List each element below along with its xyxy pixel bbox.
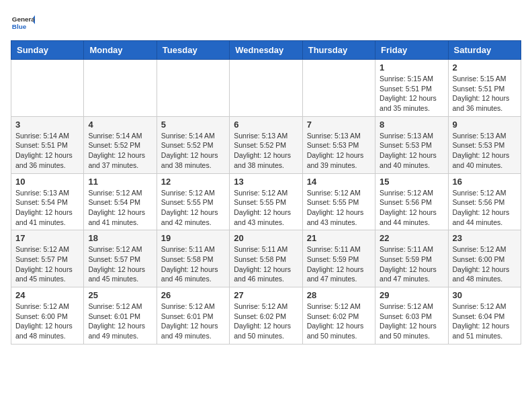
day-info: Sunrise: 5:14 AM Sunset: 5:52 PM Dayligh… bbox=[161, 131, 225, 171]
calendar-header: SundayMondayTuesdayWednesdayThursdayFrid… bbox=[11, 41, 521, 60]
calendar-day-cell: 25Sunrise: 5:12 AM Sunset: 6:01 PM Dayli… bbox=[84, 287, 157, 345]
calendar-day-cell: 18Sunrise: 5:12 AM Sunset: 5:57 PM Dayli… bbox=[84, 230, 157, 287]
calendar-week-row: 1Sunrise: 5:15 AM Sunset: 5:51 PM Daylig… bbox=[11, 60, 521, 117]
day-number: 20 bbox=[234, 233, 298, 243]
calendar-day-cell: 27Sunrise: 5:12 AM Sunset: 6:02 PM Dayli… bbox=[230, 287, 302, 345]
day-info: Sunrise: 5:12 AM Sunset: 6:02 PM Dayligh… bbox=[234, 302, 298, 341]
weekday-header: Thursday bbox=[302, 41, 375, 60]
calendar-week-row: 24Sunrise: 5:12 AM Sunset: 6:00 PM Dayli… bbox=[11, 287, 521, 345]
weekday-header: Friday bbox=[375, 41, 448, 60]
calendar-day-cell: 16Sunrise: 5:12 AM Sunset: 5:56 PM Dayli… bbox=[448, 173, 521, 230]
day-number: 12 bbox=[161, 177, 225, 187]
calendar-day-cell: 26Sunrise: 5:12 AM Sunset: 6:01 PM Dayli… bbox=[157, 287, 229, 345]
calendar-day-cell: 3Sunrise: 5:14 AM Sunset: 5:51 PM Daylig… bbox=[11, 116, 84, 173]
day-number: 23 bbox=[453, 233, 517, 243]
calendar-day-cell: 17Sunrise: 5:12 AM Sunset: 5:57 PM Dayli… bbox=[11, 230, 84, 287]
calendar-day-cell: 19Sunrise: 5:11 AM Sunset: 5:58 PM Dayli… bbox=[157, 230, 229, 287]
day-info: Sunrise: 5:12 AM Sunset: 5:56 PM Dayligh… bbox=[380, 188, 443, 228]
calendar-day-cell bbox=[11, 60, 84, 117]
day-number: 30 bbox=[453, 290, 517, 300]
day-info: Sunrise: 5:11 AM Sunset: 5:59 PM Dayligh… bbox=[380, 244, 443, 284]
svg-text:General: General bbox=[12, 15, 35, 23]
day-number: 10 bbox=[15, 177, 79, 187]
calendar-day-cell: 5Sunrise: 5:14 AM Sunset: 5:52 PM Daylig… bbox=[157, 116, 229, 173]
svg-text:Blue: Blue bbox=[12, 23, 27, 30]
day-info: Sunrise: 5:12 AM Sunset: 5:55 PM Dayligh… bbox=[307, 188, 371, 228]
calendar-day-cell: 15Sunrise: 5:12 AM Sunset: 5:56 PM Dayli… bbox=[375, 173, 448, 230]
calendar-day-cell: 28Sunrise: 5:12 AM Sunset: 6:02 PM Dayli… bbox=[302, 287, 375, 345]
day-info: Sunrise: 5:13 AM Sunset: 5:53 PM Dayligh… bbox=[380, 131, 443, 171]
day-info: Sunrise: 5:14 AM Sunset: 5:51 PM Dayligh… bbox=[15, 131, 79, 171]
calendar-day-cell: 2Sunrise: 5:15 AM Sunset: 5:51 PM Daylig… bbox=[448, 60, 521, 117]
day-number: 24 bbox=[15, 290, 79, 300]
calendar-day-cell bbox=[302, 60, 375, 117]
weekday-header: Tuesday bbox=[157, 41, 229, 60]
day-info: Sunrise: 5:12 AM Sunset: 6:03 PM Dayligh… bbox=[380, 302, 443, 341]
day-number: 15 bbox=[380, 177, 443, 187]
calendar-day-cell: 9Sunrise: 5:13 AM Sunset: 5:53 PM Daylig… bbox=[448, 116, 521, 173]
day-info: Sunrise: 5:12 AM Sunset: 5:54 PM Dayligh… bbox=[88, 188, 152, 228]
calendar-day-cell: 22Sunrise: 5:11 AM Sunset: 5:59 PM Dayli… bbox=[375, 230, 448, 287]
day-info: Sunrise: 5:15 AM Sunset: 5:51 PM Dayligh… bbox=[453, 74, 517, 113]
day-number: 1 bbox=[380, 62, 443, 73]
calendar-day-cell: 1Sunrise: 5:15 AM Sunset: 5:51 PM Daylig… bbox=[375, 60, 448, 117]
day-info: Sunrise: 5:13 AM Sunset: 5:52 PM Dayligh… bbox=[234, 131, 298, 171]
day-info: Sunrise: 5:12 AM Sunset: 6:01 PM Dayligh… bbox=[161, 302, 225, 341]
calendar-day-cell: 24Sunrise: 5:12 AM Sunset: 6:00 PM Dayli… bbox=[11, 287, 84, 345]
day-info: Sunrise: 5:12 AM Sunset: 6:01 PM Dayligh… bbox=[88, 302, 152, 341]
calendar-day-cell bbox=[157, 60, 229, 117]
calendar-day-cell: 21Sunrise: 5:11 AM Sunset: 5:59 PM Dayli… bbox=[302, 230, 375, 287]
day-number: 14 bbox=[307, 177, 371, 187]
day-number: 8 bbox=[380, 120, 443, 130]
calendar-day-cell: 30Sunrise: 5:12 AM Sunset: 6:04 PM Dayli… bbox=[448, 287, 521, 345]
day-number: 28 bbox=[307, 290, 371, 300]
calendar-table: SundayMondayTuesdayWednesdayThursdayFrid… bbox=[11, 40, 521, 345]
day-number: 25 bbox=[88, 290, 152, 300]
day-info: Sunrise: 5:13 AM Sunset: 5:53 PM Dayligh… bbox=[307, 131, 371, 171]
day-number: 27 bbox=[234, 290, 298, 300]
weekday-header: Sunday bbox=[11, 41, 84, 60]
day-info: Sunrise: 5:11 AM Sunset: 5:58 PM Dayligh… bbox=[234, 244, 298, 284]
day-info: Sunrise: 5:12 AM Sunset: 5:57 PM Dayligh… bbox=[88, 244, 152, 284]
weekday-header: Monday bbox=[84, 41, 157, 60]
calendar-day-cell: 14Sunrise: 5:12 AM Sunset: 5:55 PM Dayli… bbox=[302, 173, 375, 230]
calendar-day-cell bbox=[84, 60, 157, 117]
calendar-day-cell: 11Sunrise: 5:12 AM Sunset: 5:54 PM Dayli… bbox=[84, 173, 157, 230]
day-number: 9 bbox=[453, 120, 517, 130]
calendar-week-row: 10Sunrise: 5:13 AM Sunset: 5:54 PM Dayli… bbox=[11, 173, 521, 230]
calendar-day-cell: 23Sunrise: 5:12 AM Sunset: 6:00 PM Dayli… bbox=[448, 230, 521, 287]
page-header: General Blue bbox=[11, 11, 521, 35]
calendar-day-cell: 20Sunrise: 5:11 AM Sunset: 5:58 PM Dayli… bbox=[230, 230, 302, 287]
calendar-day-cell: 7Sunrise: 5:13 AM Sunset: 5:53 PM Daylig… bbox=[302, 116, 375, 173]
day-number: 11 bbox=[88, 177, 152, 187]
day-number: 29 bbox=[380, 290, 443, 300]
calendar-body: 1Sunrise: 5:15 AM Sunset: 5:51 PM Daylig… bbox=[11, 60, 521, 345]
day-info: Sunrise: 5:13 AM Sunset: 5:54 PM Dayligh… bbox=[15, 188, 79, 228]
day-info: Sunrise: 5:12 AM Sunset: 5:55 PM Dayligh… bbox=[234, 188, 298, 228]
day-info: Sunrise: 5:12 AM Sunset: 6:02 PM Dayligh… bbox=[307, 302, 371, 341]
calendar-day-cell: 10Sunrise: 5:13 AM Sunset: 5:54 PM Dayli… bbox=[11, 173, 84, 230]
day-number: 22 bbox=[380, 233, 443, 243]
calendar-day-cell: 6Sunrise: 5:13 AM Sunset: 5:52 PM Daylig… bbox=[230, 116, 302, 173]
logo: General Blue bbox=[11, 11, 38, 35]
day-number: 26 bbox=[161, 290, 225, 300]
day-info: Sunrise: 5:12 AM Sunset: 6:04 PM Dayligh… bbox=[453, 302, 517, 341]
day-info: Sunrise: 5:14 AM Sunset: 5:52 PM Dayligh… bbox=[88, 131, 152, 171]
day-info: Sunrise: 5:12 AM Sunset: 6:00 PM Dayligh… bbox=[15, 302, 79, 341]
weekday-header: Saturday bbox=[448, 41, 521, 60]
day-number: 5 bbox=[161, 120, 225, 130]
day-number: 7 bbox=[307, 120, 371, 130]
day-info: Sunrise: 5:12 AM Sunset: 5:57 PM Dayligh… bbox=[15, 244, 79, 284]
day-number: 16 bbox=[453, 177, 517, 187]
logo-icon: General Blue bbox=[11, 11, 35, 35]
calendar-day-cell bbox=[230, 60, 302, 117]
day-number: 13 bbox=[234, 177, 298, 187]
weekday-header-row: SundayMondayTuesdayWednesdayThursdayFrid… bbox=[11, 41, 521, 60]
day-number: 19 bbox=[161, 233, 225, 243]
day-number: 4 bbox=[88, 120, 152, 130]
calendar-week-row: 3Sunrise: 5:14 AM Sunset: 5:51 PM Daylig… bbox=[11, 116, 521, 173]
calendar-day-cell: 29Sunrise: 5:12 AM Sunset: 6:03 PM Dayli… bbox=[375, 287, 448, 345]
calendar-day-cell: 8Sunrise: 5:13 AM Sunset: 5:53 PM Daylig… bbox=[375, 116, 448, 173]
day-info: Sunrise: 5:11 AM Sunset: 5:59 PM Dayligh… bbox=[307, 244, 371, 284]
day-number: 6 bbox=[234, 120, 298, 130]
